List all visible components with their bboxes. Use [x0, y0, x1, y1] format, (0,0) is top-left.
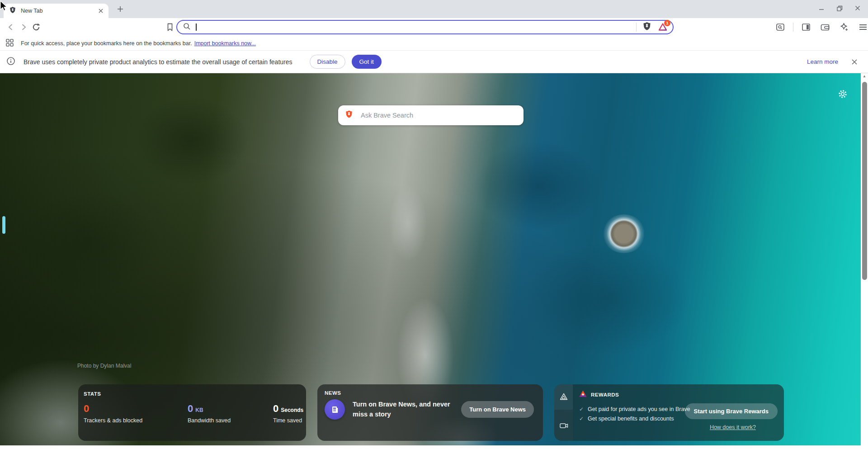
analytics-notice-bar: Brave uses completely private product an… — [0, 51, 868, 73]
wallet-icon[interactable] — [819, 21, 831, 33]
rewards-notification-badge: 1 — [664, 20, 670, 26]
back-icon[interactable] — [5, 21, 17, 33]
leo-ai-icon[interactable] — [838, 21, 850, 33]
rewards-header: REWARDS — [579, 390, 778, 399]
import-bookmarks-link[interactable]: Import bookmarks now... — [194, 40, 256, 47]
notice-close-icon[interactable] — [850, 57, 859, 66]
stat-value: 0 — [84, 403, 89, 414]
bookmarks-bar: For quick access, place your bookmarks h… — [0, 36, 868, 51]
stat-value: 0 — [273, 403, 278, 414]
page-bottom-strip — [0, 445, 868, 449]
text-caret — [196, 24, 197, 31]
check-icon: ✓ — [579, 406, 584, 412]
stat-time-saved: 0Seconds Time saved — [273, 404, 303, 424]
rewards-main: REWARDS ✓ Get paid for private ads you s… — [573, 384, 784, 441]
close-window-button[interactable] — [854, 4, 862, 12]
news-headline: Turn on Brave News, and never miss a sto… — [353, 400, 459, 419]
tab-close-icon[interactable] — [97, 7, 105, 15]
divider — [636, 23, 637, 32]
photo-credit-link[interactable]: Photo by Dylan Malval — [77, 363, 131, 369]
scrollbar[interactable]: ▲ — [861, 73, 868, 449]
new-tab-button[interactable] — [114, 3, 127, 15]
sidebar-toggle-icon[interactable] — [800, 21, 812, 33]
how-does-it-work-link[interactable]: How does it work? — [710, 424, 756, 430]
apps-grid-icon[interactable] — [5, 38, 14, 48]
search-tabs-icon[interactable] — [774, 21, 787, 33]
benefit-text: Get paid for private ads you see in Brav… — [588, 406, 690, 412]
info-icon — [6, 57, 15, 67]
customize-gear-icon[interactable] — [837, 89, 848, 99]
browser-window: New Tab — [0, 0, 868, 449]
toolbar: 1 — [0, 18, 868, 36]
disable-button[interactable]: Disable — [310, 55, 345, 69]
stats-values: 0 Trackers & ads blocked 0KB Bandwidth s… — [84, 404, 301, 424]
start-rewards-button[interactable]: Start using Brave Rewards — [685, 403, 778, 419]
toolbar-right-icons — [774, 21, 868, 33]
search-icon — [183, 22, 191, 32]
forward-icon[interactable] — [17, 21, 30, 33]
check-icon: ✓ — [579, 416, 584, 422]
benefit-text: Get special benefits and discounts — [588, 416, 674, 422]
background-island — [602, 214, 646, 253]
brave-shields-icon[interactable] — [642, 21, 652, 33]
news-row: Turn on Brave News, and never miss a sto… — [325, 399, 536, 420]
brave-rewards-icon[interactable]: 1 — [657, 22, 668, 33]
restore-button[interactable] — [835, 4, 844, 12]
scrollbar-thumb[interactable] — [862, 82, 867, 280]
brave-search-input[interactable] — [360, 111, 517, 119]
stat-unit: KB — [195, 407, 203, 413]
news-widget: NEWS Turn on Brave News, and never miss … — [317, 384, 543, 441]
stat-value: 0 — [188, 403, 193, 414]
got-it-button[interactable]: Got it — [352, 55, 382, 69]
stat-trackers-blocked: 0 Trackers & ads blocked — [84, 404, 188, 424]
notice-message: Brave uses completely private product an… — [24, 58, 292, 66]
tab-title: New Tab — [21, 8, 97, 14]
mouse-cursor-icon — [0, 0, 10, 14]
address-bar[interactable]: 1 — [176, 20, 674, 34]
tab-strip: New Tab — [0, 0, 868, 18]
bookmark-icon[interactable] — [164, 21, 176, 33]
stats-title: STATS — [84, 391, 301, 397]
news-title: NEWS — [325, 390, 536, 396]
bookmarks-hint-text: For quick access, place your bookmarks h… — [21, 40, 192, 47]
new-tab-page: Photo by Dylan Malval STATS 0 Trackers &… — [0, 73, 868, 449]
address-bar-actions: 1 — [636, 21, 668, 33]
reload-icon[interactable] — [30, 21, 42, 33]
tab-new-tab[interactable]: New Tab — [4, 4, 108, 18]
widgets-row: STATS 0 Trackers & ads blocked 0KB Bandw… — [78, 384, 784, 441]
divider — [793, 23, 793, 32]
rewards-widget: REWARDS ✓ Get paid for private ads you s… — [554, 384, 784, 441]
stat-bandwidth-saved: 0KB Bandwidth saved — [188, 404, 273, 424]
stat-label: Time saved — [273, 417, 303, 424]
stat-label: Trackers & ads blocked — [84, 417, 188, 424]
learn-more-link[interactable]: Learn more — [807, 58, 838, 65]
bat-outline-icon[interactable] — [554, 384, 573, 410]
stat-label: Bandwidth saved — [188, 417, 273, 424]
bat-token-icon — [579, 390, 587, 399]
video-camera-icon[interactable] — [554, 410, 573, 441]
rewards-side-strip — [554, 384, 573, 441]
turn-on-news-button[interactable]: Turn on Brave News — [461, 401, 534, 418]
stat-unit: Seconds — [281, 407, 303, 413]
sidebar-handle[interactable] — [2, 216, 5, 234]
window-controls — [817, 0, 864, 16]
rewards-title: REWARDS — [591, 392, 619, 397]
scroll-up-arrow-icon[interactable]: ▲ — [861, 74, 868, 78]
brave-search-logo-icon — [344, 110, 354, 121]
brave-search-box[interactable] — [338, 105, 524, 125]
stats-widget: STATS 0 Trackers & ads blocked 0KB Bandw… — [78, 384, 306, 441]
newspaper-icon — [325, 399, 345, 420]
brave-logo-icon — [9, 6, 16, 15]
minimize-button[interactable] — [817, 4, 826, 12]
menu-icon[interactable] — [857, 21, 868, 33]
